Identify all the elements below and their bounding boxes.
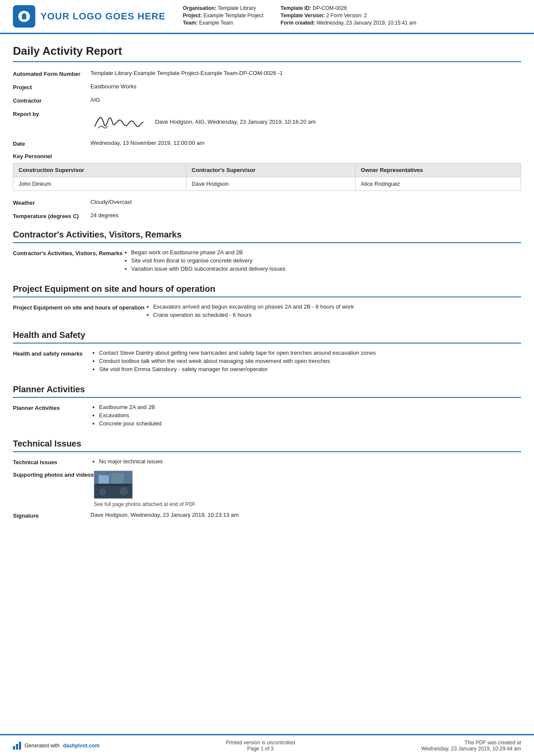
contractors-section-title: Contractor's Activities, Visitors, Remar… [13, 230, 521, 243]
list-item: Eastbourne 2A and 2B [99, 404, 521, 410]
health-safety-list: Contact Steve Daintry about getting new … [90, 350, 521, 372]
logo-area: YOUR LOGO GOES HERE [13, 5, 165, 28]
signature-area: Dave Hodgson, AIG, Wednesday, 23 January… [90, 110, 521, 134]
planner-section-title: Planner Activities [13, 384, 521, 398]
generated-text: Generated with [25, 743, 59, 749]
list-item: No major technical issues [99, 458, 521, 465]
contractors-field: Contractor's Activities, Visitors, Remar… [13, 249, 521, 274]
pdf-created-date: Wednesday, 23 January 2019, 10:29:44 am [421, 746, 521, 752]
cell-john-dinkum: John Dinkum [13, 177, 186, 191]
key-personnel-label: Key Personnel [13, 153, 521, 159]
planner-list: Eastbourne 2A and 2B Excavations Concret… [90, 404, 521, 427]
contractor-label: Contractor [13, 97, 90, 104]
photo-thumbnail [94, 471, 133, 499]
uncontrolled-text: Printed version is uncontrolled [226, 740, 295, 746]
svg-point-5 [99, 489, 106, 496]
planner-field-value: Eastbourne 2A and 2B Excavations Concret… [90, 404, 521, 428]
project-line: Project: Example Template Project [183, 12, 263, 19]
technical-list: No major technical issues [90, 458, 521, 465]
equipment-field: Project Equipment on site and hours of o… [13, 303, 521, 320]
project-label: Project [13, 83, 90, 91]
project-value: Eastbourne Works [90, 83, 521, 90]
list-item: Variation issue with DBG subcontractor a… [131, 266, 521, 272]
logo-icon [13, 5, 35, 28]
footer-center: Printed version is uncontrolled Page 1 o… [226, 740, 295, 752]
report-by-label: Report by [13, 110, 90, 117]
contractor-value: AIG [90, 97, 521, 103]
temperature-value: 24 degrees [90, 212, 521, 219]
technical-section-title: Technical Issues [13, 439, 521, 452]
col-owner-representatives: Owner Representatives [355, 163, 521, 177]
list-item: Conduct toolbox talk within the next wee… [99, 358, 521, 364]
footer-left: Generated with dashpivot.com [13, 742, 99, 750]
list-item: Began work on Eastbourne phase 2A and 2B [131, 249, 521, 256]
supporting-photos-field: Supporting photos and videos See full pa… [13, 471, 521, 507]
template-version-line: Template Version: 2 Form Version: 2 [281, 12, 416, 19]
team-line: Team: Example Team [183, 20, 263, 26]
technical-field: Technical Issues No major technical issu… [13, 458, 521, 466]
weather-value: Cloudy/Overcast [90, 199, 521, 205]
list-item: Excavators arrived and begun excavating … [153, 303, 521, 310]
list-item: Concrete pour scheduled [99, 420, 521, 427]
header-col-left: Organisation: Template Library Project: … [183, 5, 263, 28]
list-item: Contact Steve Daintry about getting new … [99, 350, 521, 356]
page-text: Page 1 of 3 [226, 746, 295, 752]
report-title: Daily Activity Report [13, 44, 521, 62]
signature-row: Signature Dave Hodgson, Wednesday, 23 Ja… [13, 512, 521, 519]
template-id-line: Template ID: DP-COM-0026 [281, 5, 416, 11]
report-by-value: Dave Hodgson, AIG, Wednesday, 23 January… [90, 110, 521, 134]
col-construction-supervisor: Construction Supervisor [13, 163, 186, 177]
contractors-list: Began work on Eastbourne phase 2A and 2B… [123, 249, 521, 272]
svg-rect-3 [111, 473, 124, 484]
signature-image [90, 110, 146, 134]
technical-field-value: No major technical issues [90, 458, 521, 466]
report-by-row: Report by Dave Hodgson, AIG, Wednesday, … [13, 110, 521, 134]
footer-right: This PDF was created at Wednesday, 23 Ja… [421, 740, 521, 752]
health-safety-field: Health and safety remarks Contact Steve … [13, 350, 521, 374]
footer-logo-icon [13, 742, 21, 750]
main-content: Daily Activity Report Automated Form Num… [0, 34, 534, 734]
technical-field-label: Technical Issues [13, 458, 90, 465]
page-header: YOUR LOGO GOES HERE Organisation: Templa… [0, 0, 534, 34]
report-by-text: Dave Hodgson, AIG, Wednesday, 23 January… [155, 119, 316, 125]
contractor-row: Contractor AIG [13, 97, 521, 104]
dashpivot-link[interactable]: dashpivot.com [63, 743, 99, 749]
supporting-photos-value: See full page photos attached at end of … [94, 471, 521, 507]
temperature-row: Temperature (degrees C) 24 degrees [13, 212, 521, 219]
project-row: Project Eastbourne Works [13, 83, 521, 91]
cell-dave-hodgson: Dave Hodgson [186, 177, 356, 191]
pdf-created-text: This PDF was created at [421, 740, 521, 746]
svg-rect-4 [96, 484, 130, 486]
temperature-label: Temperature (degrees C) [13, 212, 90, 219]
logo-svg [17, 9, 31, 24]
health-safety-section-title: Health and Safety [13, 330, 521, 344]
form-created-line: Form created: Wednesday, 23 January 2019… [281, 20, 416, 26]
planner-field-label: Planner Activities [13, 404, 90, 411]
org-line: Organisation: Template Library [183, 5, 263, 11]
list-item: Excavations [99, 412, 521, 419]
signature-value: Dave Hodgson, Wednesday, 23 January 2019… [90, 512, 521, 518]
contractors-field-value: Began work on Eastbourne phase 2A and 2B… [123, 249, 521, 274]
weather-row: Weather Cloudy/Overcast [13, 199, 521, 206]
signature-label: Signature [13, 512, 90, 519]
personnel-table: Construction Supervisor Contractor's Sup… [13, 163, 521, 191]
header-col-right: Template ID: DP-COM-0026 Template Versio… [281, 5, 416, 28]
contractors-field-label: Contractor's Activities, Visitors, Remar… [13, 249, 123, 256]
header-meta: Organisation: Template Library Project: … [174, 5, 521, 28]
equipment-field-label: Project Equipment on site and hours of o… [13, 303, 145, 311]
health-safety-field-value: Contact Steve Daintry about getting new … [90, 350, 521, 374]
equipment-section-title: Project Equipment on site and hours of o… [13, 284, 521, 297]
automated-form-row: Automated Form Number Template Library-E… [13, 70, 521, 77]
list-item: Site visit from Boral to organise concre… [131, 257, 521, 264]
health-safety-field-label: Health and safety remarks [13, 350, 90, 357]
list-item: Crane operation as scheduled - 6 hours [153, 312, 521, 318]
list-item: Site visit from Emma Sainsbury - safety … [99, 366, 521, 372]
equipment-field-value: Excavators arrived and begun excavating … [145, 303, 521, 320]
automated-form-value: Template Library-Example Template Projec… [90, 70, 521, 76]
personnel-data-row: John Dinkum Dave Hodgson Alice Rodriguez [13, 177, 521, 191]
planner-field: Planner Activities Eastbourne 2A and 2B … [13, 404, 521, 428]
supporting-photos-label: Supporting photos and videos [13, 471, 94, 478]
equipment-list: Excavators arrived and begun excavating … [145, 303, 521, 318]
svg-rect-2 [99, 475, 109, 484]
date-value: Wednesday, 13 November 2019, 12:00:00 am [90, 140, 521, 146]
